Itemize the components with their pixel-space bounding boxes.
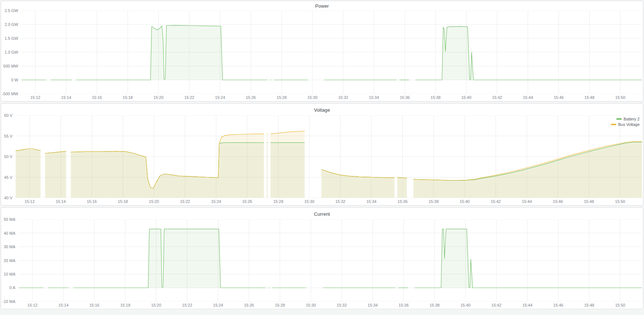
x-tick-label: 15:28 [275, 303, 285, 307]
legend-item-battery-2[interactable]: Battery 2 [616, 116, 640, 122]
current-x-axis: 15:1215:1415:1615:1815:2015:2215:2415:26… [1, 301, 643, 309]
series-area [270, 131, 305, 198]
series-area [414, 229, 642, 288]
y-tick-label: 10 MA [4, 272, 15, 276]
voltage-panel-title[interactable]: Voltage [1, 104, 643, 115]
y-tick-label: 55 V [4, 134, 12, 138]
series-area [413, 142, 642, 198]
x-tick-label: 15:18 [118, 199, 128, 204]
x-tick-label: 15:48 [584, 303, 594, 307]
bus-voltage-series-swatch [611, 124, 616, 125]
voltage-chart-canvas[interactable] [16, 115, 642, 198]
x-tick-label: 15:14 [58, 303, 69, 307]
voltage-legend: Battery 2 Bus Voltage [610, 116, 640, 127]
x-tick-label: 15:42 [491, 303, 501, 307]
x-tick-label: 15:12 [25, 199, 35, 204]
y-tick-label: 1.5 GW [5, 36, 18, 41]
x-tick-label: 15:50 [615, 95, 625, 100]
y-tick-label: 0 A [9, 285, 15, 290]
current-panel: Current 50 MA40 MA30 MA20 MA10 MA0 A-10 … [1, 207, 643, 309]
x-tick-label: 15:46 [554, 95, 564, 100]
x-tick-label: 15:20 [151, 303, 161, 307]
y-tick-label: 2.5 GW [5, 8, 18, 13]
power-plot-wrap: 2.5 GW2.0 GW1.5 GW1.0 GW500 MW0 W-500 MW [1, 11, 643, 94]
x-tick-label: 15:44 [522, 303, 532, 307]
x-tick-label: 15:12 [30, 95, 40, 100]
y-tick-label: 60 V [4, 113, 12, 118]
x-tick-label: 15:38 [429, 199, 439, 204]
current-plot-wrap: 50 MA40 MA30 MA20 MA10 MA0 A-10 MA [1, 219, 643, 301]
x-tick-label: 15:26 [242, 199, 252, 204]
y-tick-label: 20 MA [4, 258, 15, 263]
x-tick-label: 15:30 [306, 303, 316, 307]
x-tick-label: 15:18 [123, 95, 133, 100]
series-area [45, 151, 66, 198]
power-x-axis: 15:1215:1415:1615:1815:2015:2215:2415:26… [1, 94, 643, 101]
current-chart-canvas[interactable] [19, 219, 642, 301]
x-tick-label: 15:16 [87, 199, 97, 204]
series-area [16, 149, 40, 198]
x-tick-label: 15:44 [522, 199, 532, 204]
x-tick-label: 15:26 [246, 95, 256, 100]
x-tick-label: 15:24 [215, 95, 225, 100]
x-tick-label: 15:50 [615, 199, 625, 204]
y-tick-label: 1.0 GW [5, 50, 18, 54]
x-tick-label: 15:40 [461, 95, 472, 100]
x-tick-label: 15:42 [491, 199, 501, 204]
x-tick-label: 15:26 [244, 303, 254, 307]
voltage-x-axis: 15:1215:1415:1615:1815:2015:2215:2415:26… [1, 198, 643, 205]
x-tick-label: 15:20 [149, 199, 159, 204]
x-tick-label: 15:48 [585, 95, 595, 100]
x-tick-label: 15:32 [335, 199, 346, 204]
x-tick-label: 15:24 [213, 303, 223, 307]
power-y-axis: 2.5 GW2.0 GW1.5 GW1.0 GW500 MW0 W-500 MW [1, 11, 22, 94]
series-area [321, 169, 394, 198]
power-plot-area [22, 11, 642, 94]
x-tick-label: 15:36 [400, 95, 410, 100]
x-tick-label: 15:14 [56, 199, 66, 204]
x-tick-label: 15:34 [366, 199, 376, 204]
y-tick-label: 2.0 GW [5, 22, 18, 27]
x-tick-label: 15:38 [430, 95, 441, 100]
power-chart-canvas[interactable] [22, 11, 642, 94]
x-tick-label: 15:32 [337, 303, 347, 307]
current-plot-area [19, 219, 642, 301]
series-area [71, 134, 264, 198]
series-area [397, 178, 407, 198]
y-tick-label: 500 MW [3, 64, 18, 68]
x-tick-label: 15:40 [460, 199, 470, 204]
x-tick-label: 15:22 [184, 95, 195, 100]
x-tick-label: 15:50 [615, 303, 625, 307]
x-tick-label: 15:14 [61, 95, 71, 100]
x-tick-label: 15:40 [460, 303, 471, 307]
legend-label: Battery 2 [624, 116, 640, 122]
dashboard: Power 2.5 GW2.0 GW1.5 GW1.0 GW500 MW0 W-… [0, 0, 644, 312]
x-tick-label: 15:36 [398, 199, 408, 204]
series-area [415, 26, 642, 80]
series-area [267, 134, 268, 198]
x-tick-label: 15:46 [553, 303, 563, 307]
x-tick-label: 15:24 [211, 199, 221, 204]
current-y-axis: 50 MA40 MA30 MA20 MA10 MA0 A-10 MA [1, 219, 19, 301]
x-tick-label: 15:46 [553, 199, 563, 204]
x-tick-label: 15:16 [92, 95, 102, 100]
y-tick-label: 50 V [4, 154, 12, 159]
x-tick-label: 15:38 [430, 303, 440, 307]
power-panel-title[interactable]: Power [1, 1, 643, 11]
legend-item-bus-voltage[interactable]: Bus Voltage [611, 122, 640, 127]
y-tick-label: 45 V [4, 175, 12, 180]
y-tick-label: -10 MA [3, 299, 15, 304]
x-tick-label: 15:28 [277, 95, 287, 100]
voltage-plot-wrap: 60 V55 V50 V45 V40 V Battery 2 Bus Volta… [1, 115, 643, 198]
x-tick-label: 15:22 [182, 303, 192, 307]
x-tick-label: 15:18 [120, 303, 130, 307]
current-panel-title[interactable]: Current [1, 208, 643, 219]
battery-2-series-swatch [616, 118, 622, 120]
voltage-y-axis: 60 V55 V50 V45 V40 V [1, 115, 16, 198]
voltage-panel: Voltage 60 V55 V50 V45 V40 V Battery 2 B… [1, 103, 643, 205]
x-tick-label: 15:34 [368, 303, 378, 307]
x-tick-label: 15:44 [523, 95, 533, 100]
legend-label: Bus Voltage [618, 122, 640, 127]
y-tick-label: 40 MA [4, 231, 15, 235]
y-tick-label: 50 MA [4, 217, 15, 222]
